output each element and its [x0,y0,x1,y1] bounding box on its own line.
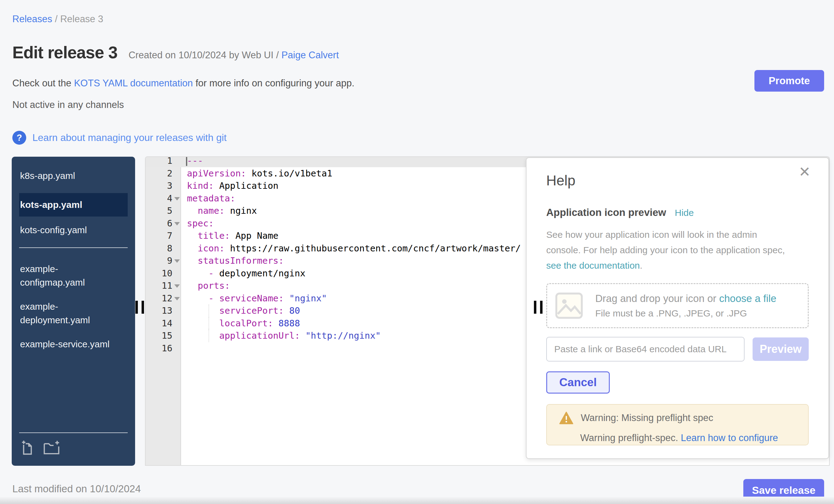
see-documentation-link[interactable]: see the documentation [546,260,640,270]
dropzone-text: Drag and drop your icon or choose a file [595,293,776,304]
preview-button[interactable]: Preview [752,337,809,361]
breadcrumb: Releases / Release 3 [12,14,103,25]
cancel-button[interactable]: Cancel [546,371,610,394]
file-item[interactable]: example-deployment.yaml [19,300,121,327]
warning-icon [559,412,573,424]
line-number: 5 [146,204,181,217]
line-number: 1 [146,156,181,167]
line-number: 3 [146,179,181,192]
line-number: 10 [146,267,181,280]
breadcrumb-releases-link[interactable]: Releases [12,14,52,24]
line-number: 11 [146,280,181,292]
line-number: 13 [146,304,181,317]
fold-arrow-icon[interactable] [174,259,180,263]
fold-arrow-icon[interactable] [174,284,180,288]
file-item[interactable]: k8s-app.yaml [19,169,121,182]
line-number: 7 [146,229,181,242]
icon-preview-title: Application icon preview [546,207,666,218]
add-file-icon[interactable] [19,439,37,457]
hide-link[interactable]: Hide [675,207,694,218]
line-number: 14 [146,317,181,330]
help-description: See how your application icon will look … [546,227,809,273]
configure-link[interactable]: Learn how to configure [681,433,778,443]
last-modified: Last modified on 10/10/2024 [12,483,141,495]
dropzone-filetypes: File must be a .PNG, .JPEG, or .JPG [595,308,776,319]
fold-arrow-icon[interactable] [174,197,180,200]
question-circle-icon: ? [12,131,26,145]
line-number: 9 [146,255,181,267]
page-title: Edit release 3 [12,43,117,62]
breadcrumb-current: Release 3 [60,14,103,24]
kots-doc-link[interactable]: KOTS YAML documentation [74,78,193,89]
add-folder-icon[interactable] [43,439,61,457]
line-number: 15 [146,329,181,342]
warning-detail: Warning preflight-spec. Learn how to con… [559,433,808,443]
bottom-fade [0,497,834,504]
title-row: Edit release 3 Created on 10/10/2024 by … [12,43,339,62]
line-number: 12 [146,292,181,305]
channel-status: Not active in any channels [12,99,124,110]
file-item[interactable]: kots-config.yaml [19,223,121,237]
sidebar-actions [19,433,128,457]
fold-arrow-icon[interactable] [174,222,180,225]
file-sidebar: k8s-app.yamlkots-app.yamlkots-config.yam… [12,157,135,466]
file-item[interactable]: example-service.yaml [19,337,121,351]
help-title: Help [546,172,809,189]
file-item[interactable]: example-configmap.yaml [19,262,121,289]
git-releases-link[interactable]: Learn about managing your releases with … [32,132,227,144]
text-cursor [186,156,187,166]
icon-url-input[interactable] [546,337,745,361]
author-link[interactable]: Paige Calvert [281,50,339,61]
fold-arrow-icon[interactable] [174,297,180,301]
help-panel: ✕ Help Application icon preview Hide See… [526,157,829,459]
doc-info: Check out the KOTS YAML documentation fo… [12,78,354,89]
line-number: 2 [146,167,181,180]
sidebar-resize-handle[interactable] [135,301,144,314]
other-file-list: example-configmap.yamlexample-deployment… [12,260,135,351]
promote-button[interactable]: Promote [754,70,824,92]
file-item[interactable]: kots-app.yaml [19,193,128,217]
line-number: 16 [146,342,181,355]
icon-dropzone[interactable]: Drag and drop your icon or choose a file… [546,283,809,328]
image-placeholder-icon [554,292,584,319]
breadcrumb-separator: / [55,14,60,24]
help-resize-handle[interactable] [534,301,543,314]
created-info: Created on 10/10/2024 by Web UI / Paige … [129,50,339,61]
line-number: 6 [146,217,181,230]
line-number: 4 [146,192,181,205]
kots-file-list: k8s-app.yamlkots-app.yamlkots-config.yam… [12,157,135,237]
warning-text: Warning: Missing preflight spec [581,412,714,423]
file-list-divider [19,247,128,248]
line-number: 8 [146,242,181,255]
preflight-warning: Warning: Missing preflight spec Warning … [546,404,809,445]
choose-file-link[interactable]: choose a file [719,293,776,304]
git-help-row[interactable]: ? Learn about managing your releases wit… [12,131,227,145]
release-editor-page: Releases / Release 3 Edit release 3 Crea… [0,0,834,504]
